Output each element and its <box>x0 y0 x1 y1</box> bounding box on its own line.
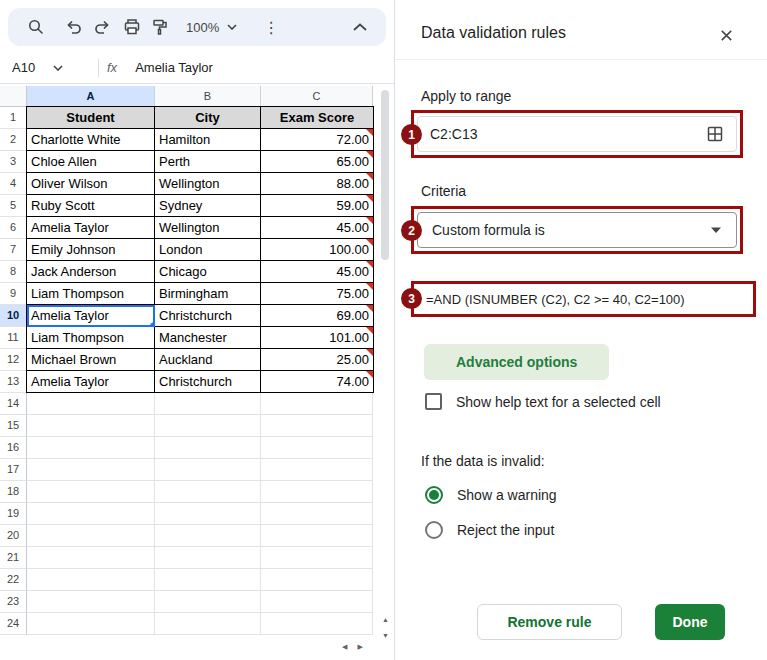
row-header-19[interactable]: 19 <box>0 503 27 525</box>
row-header-4[interactable]: 4 <box>0 173 27 195</box>
cell-A10[interactable]: Amelia Taylor <box>27 305 155 327</box>
advanced-options-button[interactable]: Advanced options <box>424 344 609 380</box>
row-header-2[interactable]: 2 <box>0 129 27 151</box>
undo-icon <box>64 17 84 37</box>
cell-A5[interactable]: Ruby Scott <box>27 195 155 217</box>
cell-A11[interactable]: Liam Thompson <box>27 327 155 349</box>
cell-A9[interactable]: Liam Thompson <box>27 283 155 305</box>
row-header-18[interactable]: 18 <box>0 481 27 503</box>
cell-C10[interactable]: 69.00 <box>261 305 374 327</box>
zoom-selector[interactable]: 100% <box>186 20 237 35</box>
cell-A3[interactable]: Chloe Allen <box>27 151 155 173</box>
row-header-7[interactable]: 7 <box>0 239 27 261</box>
row-header-13[interactable]: 13 <box>0 371 27 393</box>
cell-C12[interactable]: 25.00 <box>261 349 374 371</box>
row-header-1[interactable]: 1 <box>0 107 27 129</box>
cell-C2[interactable]: 72.00 <box>261 129 374 151</box>
redo-button[interactable] <box>88 13 116 41</box>
cell-A2[interactable]: Charlotte White <box>27 129 155 151</box>
row-header-5[interactable]: 5 <box>0 195 27 217</box>
print-button[interactable] <box>118 13 146 41</box>
criteria-dropdown[interactable]: Custom formula is <box>417 212 737 248</box>
vertical-scrollbar-thumb[interactable] <box>381 90 389 260</box>
cell-B13[interactable]: Christchurch <box>155 371 261 393</box>
column-header-C[interactable]: C <box>261 86 373 107</box>
cell-B7[interactable]: London <box>155 239 261 261</box>
name-box-value: A10 <box>12 60 35 75</box>
row-header-12[interactable]: 12 <box>0 349 27 371</box>
cell-A13[interactable]: Amelia Taylor <box>27 371 155 393</box>
radio-selected-icon[interactable] <box>425 486 443 504</box>
cell-C7[interactable]: 100.00 <box>261 239 374 261</box>
cell-B12[interactable]: Auckland <box>155 349 261 371</box>
radio-unselected-icon[interactable] <box>425 521 443 539</box>
scroll-left-icon[interactable]: ◀ <box>342 643 347 651</box>
collapse-toolbar-button[interactable] <box>346 13 374 41</box>
cell-B10[interactable]: Christchurch <box>155 305 261 327</box>
search-button[interactable] <box>22 13 50 41</box>
row-header-14[interactable]: 14 <box>0 393 27 415</box>
cell-C9[interactable]: 75.00 <box>261 283 374 305</box>
cell-A8[interactable]: Jack Anderson <box>27 261 155 283</box>
row-header-16[interactable]: 16 <box>0 437 27 459</box>
select-all-corner[interactable] <box>0 86 27 107</box>
range-input[interactable]: C2:C13 <box>417 116 737 152</box>
column-header-A[interactable]: A <box>27 86 155 107</box>
row-header-17[interactable]: 17 <box>0 459 27 481</box>
row-header-23[interactable]: 23 <box>0 591 27 613</box>
cell-C6[interactable]: 45.00 <box>261 217 374 239</box>
cell-B9[interactable]: Birmingham <box>155 283 261 305</box>
table-header-cell-A1[interactable]: Student <box>27 107 155 129</box>
close-panel-button[interactable] <box>713 22 739 48</box>
select-data-range-icon[interactable] <box>706 125 724 143</box>
scroll-right-icon[interactable]: ▶ <box>357 643 362 651</box>
cell-B2[interactable]: Hamilton <box>155 129 261 151</box>
fill-handle[interactable] <box>150 322 155 327</box>
row-header-10[interactable]: 10 <box>0 305 27 327</box>
cell-C4[interactable]: 88.00 <box>261 173 374 195</box>
cell-C5[interactable]: 59.00 <box>261 195 374 217</box>
row-header-22[interactable]: 22 <box>0 569 27 591</box>
done-button[interactable]: Done <box>655 604 725 640</box>
row-header-11[interactable]: 11 <box>0 327 27 349</box>
more-options-button[interactable]: ⋮ <box>261 18 281 37</box>
table-header-cell-C1[interactable]: Exam Score <box>261 107 374 129</box>
vertical-scrollbar[interactable] <box>379 86 392 610</box>
cell-C3[interactable]: 65.00 <box>261 151 374 173</box>
cell-B3[interactable]: Perth <box>155 151 261 173</box>
cell-C11[interactable]: 101.00 <box>261 327 374 349</box>
row-header-24[interactable]: 24 <box>0 613 27 635</box>
cell-A7[interactable]: Emily Johnson <box>27 239 155 261</box>
cell-A12[interactable]: Michael Brown <box>27 349 155 371</box>
remove-rule-button[interactable]: Remove rule <box>477 604 622 640</box>
cell-B11[interactable]: Manchester <box>155 327 261 349</box>
row-header-15[interactable]: 15 <box>0 415 27 437</box>
row-header-20[interactable]: 20 <box>0 525 27 547</box>
cell-A6[interactable]: Amelia Taylor <box>27 217 155 239</box>
scroll-up-icon[interactable]: ▲ <box>379 612 392 627</box>
show-warning-option[interactable]: Show a warning <box>425 486 557 504</box>
row-header-21[interactable]: 21 <box>0 547 27 569</box>
cell-A4[interactable]: Oliver Wilson <box>27 173 155 195</box>
reject-input-option[interactable]: Reject the input <box>425 521 554 539</box>
cell-B5[interactable]: Sydney <box>155 195 261 217</box>
row-header-6[interactable]: 6 <box>0 217 27 239</box>
paint-format-button[interactable] <box>146 13 174 41</box>
row-header-3[interactable]: 3 <box>0 151 27 173</box>
table-header-cell-B1[interactable]: City <box>155 107 261 129</box>
cell-B4[interactable]: Wellington <box>155 173 261 195</box>
row-header-9[interactable]: 9 <box>0 283 27 305</box>
cell-B8[interactable]: Chicago <box>155 261 261 283</box>
column-header-B[interactable]: B <box>155 86 261 107</box>
formula-bar-value[interactable]: Amelia Taylor <box>135 60 213 75</box>
invalid-data-flag <box>366 195 373 202</box>
cell-C13[interactable]: 74.00 <box>261 371 374 393</box>
cell-B6[interactable]: Wellington <box>155 217 261 239</box>
name-box[interactable]: A10 <box>12 60 98 75</box>
formula-input[interactable]: =AND (ISNUMBER (C2), C2 >= 40, C2=100) <box>417 292 750 307</box>
undo-button[interactable] <box>60 13 88 41</box>
scroll-down-icon[interactable]: ▼ <box>379 628 392 643</box>
cell-C8[interactable]: 45.00 <box>261 261 374 283</box>
help-text-checkbox[interactable] <box>425 393 442 410</box>
row-header-8[interactable]: 8 <box>0 261 27 283</box>
